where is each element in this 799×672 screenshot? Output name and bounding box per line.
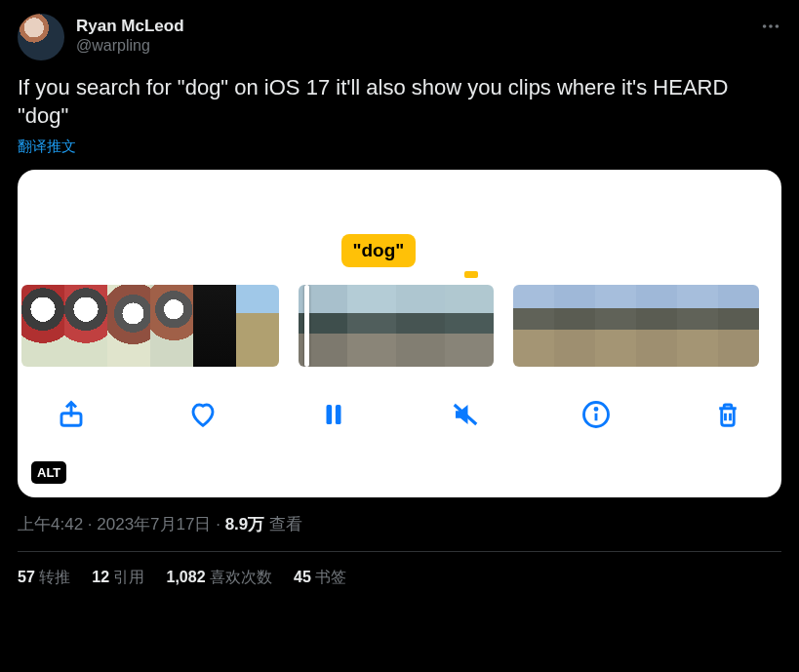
clip-thumbnail: [107, 285, 150, 367]
views-label: 查看: [264, 515, 302, 534]
speaker-mute-icon: [451, 400, 480, 429]
clip-thumbnail: [718, 285, 759, 367]
author-names[interactable]: Ryan McLeod @warpling: [76, 16, 184, 56]
pause-icon: [319, 400, 348, 429]
alt-badge[interactable]: ALT: [31, 461, 66, 484]
divider: [18, 551, 781, 552]
clip-thumbnail: [236, 285, 279, 367]
clip-group-1[interactable]: [21, 285, 279, 367]
clip-thumbnail: [677, 285, 718, 367]
svg-point-0: [763, 24, 767, 28]
info-icon: [581, 400, 611, 429]
caption-marker: [464, 271, 478, 278]
playhead[interactable]: [304, 285, 309, 367]
views-number: 8.9万: [225, 515, 265, 534]
clip-thumbnail: [445, 285, 494, 367]
mute-button[interactable]: [447, 396, 484, 433]
clip-thumbnail: [347, 285, 396, 367]
more-icon: [760, 16, 781, 37]
share-icon: [57, 400, 86, 429]
media-card[interactable]: "dog": [18, 170, 781, 497]
stats-row: 57 转推 12 引用 1,082 喜欢次数 45 书签: [18, 568, 781, 588]
clip-thumbnail: [513, 285, 554, 367]
bookmarks-stat[interactable]: 45 书签: [294, 568, 346, 588]
pause-button[interactable]: [315, 396, 352, 433]
clip-thumbnail: [396, 285, 445, 367]
time-text: 上午4:42: [18, 515, 83, 534]
svg-point-9: [595, 409, 597, 411]
heart-icon: [188, 400, 218, 429]
quotes-stat[interactable]: 12 引用: [92, 568, 144, 588]
avatar[interactable]: [18, 14, 64, 60]
video-timeline[interactable]: [18, 261, 781, 380]
author-handle: @warpling: [76, 36, 184, 56]
clip-group-3[interactable]: [513, 285, 759, 367]
clip-thumbnail: [193, 285, 236, 367]
timestamp-row[interactable]: 上午4:42 · 2023年7月17日 · 8.9万 查看: [18, 513, 781, 535]
retweets-stat[interactable]: 57 转推: [18, 568, 70, 588]
media-toolbar: [18, 380, 781, 437]
date-text: 2023年7月17日: [97, 515, 211, 534]
svg-point-2: [776, 24, 779, 28]
svg-point-1: [769, 24, 773, 28]
more-button[interactable]: [760, 16, 781, 41]
tweet-text: If you search for "dog" on iOS 17 it'll …: [18, 74, 781, 130]
clip-group-2[interactable]: [299, 285, 494, 367]
clip-thumbnail: [64, 285, 107, 367]
clip-thumbnail: [595, 285, 636, 367]
clip-thumbnail: [636, 285, 677, 367]
author-display-name: Ryan McLeod: [76, 16, 184, 36]
caption-bubble: "dog": [341, 234, 417, 267]
like-button[interactable]: [184, 396, 221, 433]
share-button[interactable]: [53, 396, 90, 433]
tweet-header: Ryan McLeod @warpling: [18, 14, 781, 60]
svg-rect-4: [327, 405, 333, 424]
info-button[interactable]: [578, 396, 615, 433]
clip-thumbnail: [554, 285, 595, 367]
tweet-container: Ryan McLeod @warpling If you search for …: [0, 0, 799, 600]
translate-link[interactable]: 翻译推文: [18, 138, 781, 156]
svg-rect-5: [336, 405, 341, 424]
likes-stat[interactable]: 1,082 喜欢次数: [167, 568, 273, 588]
clip-thumbnail: [150, 285, 193, 367]
trash-icon: [713, 400, 742, 429]
clip-thumbnail: [21, 285, 64, 367]
delete-button[interactable]: [709, 396, 746, 433]
